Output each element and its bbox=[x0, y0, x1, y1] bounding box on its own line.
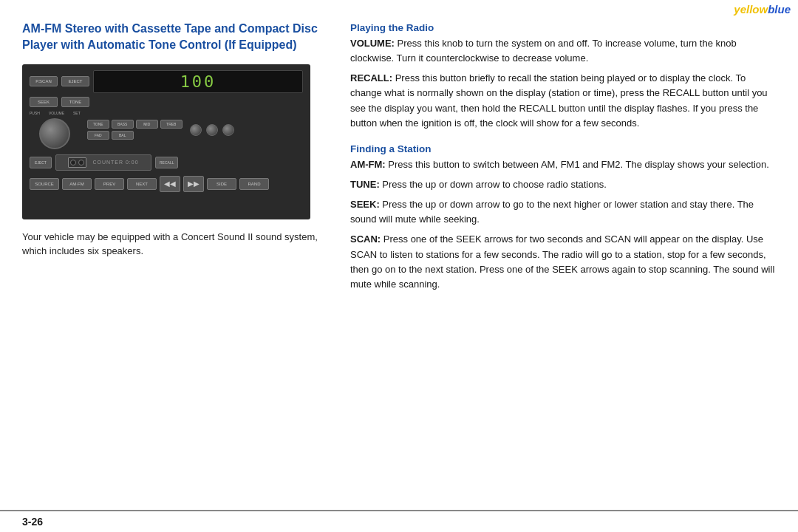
bass-btn: BASS bbox=[112, 120, 134, 129]
finding-heading: Finding a Station bbox=[350, 143, 776, 154]
prev-btn: PREV bbox=[95, 178, 124, 190]
section-finding: Finding a Station AM-FM: Press this butt… bbox=[350, 143, 776, 297]
side-btn: SIDE bbox=[207, 178, 236, 190]
tone-ctrl-btn: TONE bbox=[87, 120, 109, 129]
tune-term: TUNE: bbox=[350, 179, 380, 190]
ctrl-knob-3 bbox=[222, 124, 234, 136]
seek-para: SEEK: Press the up or down arrow to go t… bbox=[350, 197, 776, 227]
display-text: 100 bbox=[180, 72, 216, 91]
page-title: AM-FM Stereo with Cassette Tape and Comp… bbox=[22, 21, 332, 54]
pscan-btn: P.SCAN bbox=[30, 76, 58, 86]
bottom-bar: 3-26 bbox=[0, 510, 798, 532]
right-column: Playing the Radio VOLUME: Press this kno… bbox=[350, 21, 776, 517]
brand-yellow: yellow bbox=[734, 3, 768, 16]
seek-text: Press the up or down arrow to go to the … bbox=[350, 199, 754, 225]
ctrl-knob-2 bbox=[206, 124, 218, 136]
bal-btn: BAL bbox=[112, 131, 134, 140]
brand-blue: blue bbox=[768, 3, 791, 16]
seek-btn: SEEK bbox=[30, 97, 58, 107]
volume-text: Press this knob to turn the system on an… bbox=[350, 38, 737, 64]
scan-text: Press one of the SEEK arrows for two sec… bbox=[350, 233, 774, 289]
playing-heading: Playing the Radio bbox=[350, 22, 776, 33]
radio-bottom-row: SOURCE AM·FM PREV NEXT ◀◀ ▶▶ SIDE RAND bbox=[30, 176, 303, 192]
cassette-slot: COUNTER 0:00 bbox=[55, 154, 151, 171]
tune-text: Press the up or down arrow to choose rad… bbox=[380, 179, 607, 190]
subtitle-text: Your vehicle may be equipped with a Conc… bbox=[22, 230, 332, 259]
amfm-term: AM-FM: bbox=[350, 159, 386, 170]
left-column: AM-FM Stereo with Cassette Tape and Comp… bbox=[22, 21, 332, 517]
volume-knob bbox=[39, 118, 70, 149]
rw-btn: ◀◀ bbox=[160, 176, 180, 192]
rand-btn: RAND bbox=[239, 178, 269, 190]
section-playing: Playing the Radio VOLUME: Press this kno… bbox=[350, 22, 776, 136]
radio-display: 100 bbox=[93, 70, 303, 93]
volume-para: VOLUME: Press this knob to turn the syst… bbox=[350, 36, 776, 66]
radio-top-row: P.SCAN EJECT 100 bbox=[30, 70, 303, 93]
radio-seek-row: SEEK TONE bbox=[30, 97, 303, 107]
radio-image: P.SCAN EJECT 100 SEEK TONE PUSHVOLUMESET bbox=[22, 64, 310, 219]
ctrl-knob-1 bbox=[190, 124, 202, 136]
treb-btn: TREB bbox=[160, 120, 183, 129]
recall-btn: RECALL bbox=[155, 157, 178, 168]
scan-term: SCAN: bbox=[350, 233, 381, 245]
recall-term: RECALL: bbox=[350, 72, 392, 83]
mid-btn: MID bbox=[136, 120, 158, 129]
recall-para: RECALL: Press this button briefly to rec… bbox=[350, 71, 776, 131]
eject-mid-btn: EJECT bbox=[30, 157, 52, 168]
scan-para: SCAN: Press one of the SEEK arrows for t… bbox=[350, 232, 776, 292]
eject-top-btn: EJECT bbox=[61, 76, 89, 86]
amfm-text: Press this button to switch between AM, … bbox=[386, 159, 769, 170]
knob-labels: PUSHVOLUMESET bbox=[30, 111, 81, 115]
recall-text: Press this button briefly to recall the … bbox=[350, 72, 768, 128]
ff-btn: ▶▶ bbox=[183, 176, 204, 192]
radio-mid-row: PUSHVOLUMESET TONE BASS MID TREB bbox=[30, 111, 303, 149]
amfm-para: AM-FM: Press this button to switch betwe… bbox=[350, 157, 776, 172]
tune-para: TUNE: Press the up or down arrow to choo… bbox=[350, 177, 776, 192]
page-content: AM-FM Stereo with Cassette Tape and Comp… bbox=[0, 0, 798, 532]
source-btn: SOURCE bbox=[30, 178, 59, 190]
amfm-btn: AM·FM bbox=[62, 178, 92, 190]
seek-term: SEEK: bbox=[350, 199, 380, 210]
next-btn: NEXT bbox=[127, 178, 157, 190]
tone-btn: TONE bbox=[61, 97, 89, 107]
page-number: 3-26 bbox=[22, 516, 43, 528]
brand-bar: yellowblue bbox=[726, 0, 798, 18]
cassette-row: EJECT COUNTER 0:00 RECALL bbox=[30, 153, 303, 172]
fader-btn: FAD bbox=[87, 131, 109, 140]
volume-term: VOLUME: bbox=[350, 38, 395, 49]
